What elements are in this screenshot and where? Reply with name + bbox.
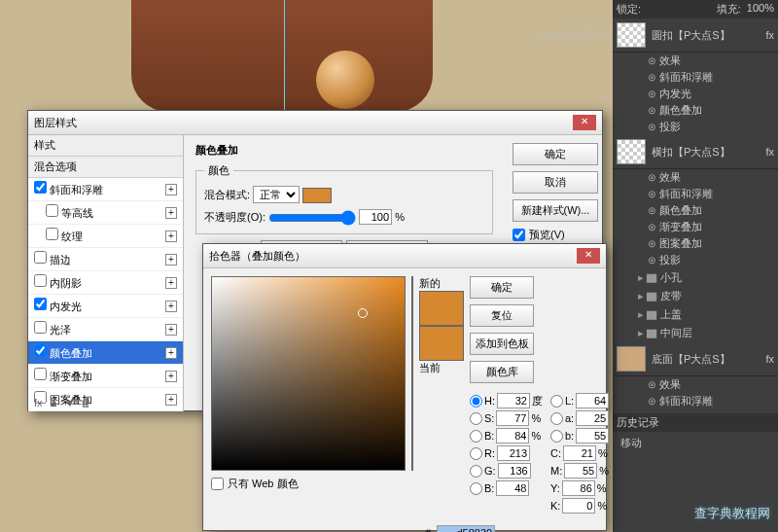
style-checkbox[interactable] bbox=[34, 321, 47, 334]
list-header[interactable]: 混合选项 bbox=[28, 157, 183, 178]
cancel-button[interactable]: 取消 bbox=[513, 171, 598, 194]
current-color[interactable] bbox=[419, 326, 464, 361]
fx-item[interactable]: 斜面和浮雕 bbox=[613, 69, 778, 86]
picker-reset-button[interactable]: 复位 bbox=[470, 304, 534, 327]
picker-ok-button[interactable]: 确定 bbox=[470, 276, 534, 299]
style-checkbox[interactable] bbox=[46, 228, 58, 240]
l-input[interactable] bbox=[576, 393, 609, 408]
a-input[interactable] bbox=[576, 410, 609, 426]
y-input[interactable] bbox=[562, 480, 595, 496]
style-item[interactable]: 内发光+ bbox=[28, 295, 183, 318]
dialog-titlebar[interactable]: 拾色器（叠加颜色） ✕ bbox=[203, 244, 606, 268]
style-checkbox[interactable] bbox=[34, 298, 47, 310]
layer-row[interactable]: 底面【P大点S】fx bbox=[613, 342, 778, 376]
fx-item[interactable]: 图案叠加 bbox=[613, 235, 778, 252]
style-item[interactable]: 斜面和浮雕+ bbox=[28, 178, 183, 201]
dialog-titlebar[interactable]: 图层样式 ✕ bbox=[28, 111, 602, 135]
plus-icon[interactable]: + bbox=[165, 231, 177, 242]
opacity-slider[interactable] bbox=[268, 210, 356, 226]
blend-select[interactable]: 正常 bbox=[253, 186, 300, 203]
style-item[interactable]: 光泽+ bbox=[28, 318, 183, 341]
fx-item[interactable]: 渐变叠加 bbox=[613, 219, 778, 235]
color-field[interactable] bbox=[211, 276, 406, 471]
layer-row[interactable]: 横扣【P大点S】fx bbox=[613, 135, 778, 169]
folder-row[interactable]: 中间层 bbox=[613, 324, 778, 342]
plus-icon[interactable]: + bbox=[165, 277, 177, 289]
plus-icon[interactable]: + bbox=[165, 394, 177, 406]
bb-radio[interactable] bbox=[470, 482, 482, 495]
style-item[interactable]: 渐变叠加+ bbox=[28, 365, 183, 388]
add-swatch-button[interactable]: 添加到色板 bbox=[470, 333, 534, 355]
folder-row[interactable]: 小孔 bbox=[613, 268, 778, 287]
k-input[interactable] bbox=[562, 498, 595, 514]
fx-item[interactable]: 投影 bbox=[613, 119, 778, 135]
l-radio[interactable] bbox=[550, 395, 563, 408]
preview-check[interactable]: 预览(V) bbox=[513, 228, 594, 242]
a-radio[interactable] bbox=[550, 412, 563, 425]
close-icon[interactable]: ✕ bbox=[577, 248, 600, 264]
b2-input[interactable] bbox=[576, 428, 609, 443]
style-checkbox[interactable] bbox=[34, 181, 47, 194]
hue-slider[interactable] bbox=[411, 276, 413, 471]
style-item[interactable]: 颜色叠加+ bbox=[28, 341, 183, 365]
plus-icon[interactable]: + bbox=[165, 347, 177, 359]
bb-input[interactable] bbox=[496, 480, 529, 496]
web-only-check[interactable]: 只有 Web 颜色 bbox=[211, 477, 406, 491]
new-style-button[interactable]: 新建样式(W)... bbox=[513, 199, 598, 222]
plus-icon[interactable]: + bbox=[165, 254, 177, 266]
up-icon[interactable]: ▲ bbox=[49, 397, 59, 408]
style-checkbox[interactable] bbox=[34, 368, 47, 380]
plus-icon[interactable]: + bbox=[165, 324, 177, 336]
trash-icon[interactable]: 🗑 bbox=[81, 397, 91, 408]
s-radio[interactable] bbox=[470, 412, 482, 425]
style-item[interactable]: 内阴影+ bbox=[28, 271, 183, 295]
color-swatch[interactable] bbox=[302, 188, 332, 203]
r-radio[interactable] bbox=[470, 447, 482, 460]
plus-icon[interactable]: + bbox=[165, 207, 177, 219]
opacity-input[interactable] bbox=[359, 209, 392, 225]
style-checkbox[interactable] bbox=[46, 204, 58, 217]
style-checkbox[interactable] bbox=[34, 274, 47, 287]
h-input[interactable] bbox=[497, 393, 530, 408]
style-item[interactable]: 等高线+ bbox=[28, 201, 183, 225]
plus-icon[interactable]: + bbox=[165, 301, 177, 312]
hex-input[interactable] bbox=[437, 525, 495, 532]
b2-radio[interactable] bbox=[550, 430, 563, 443]
style-item[interactable]: 描边+ bbox=[28, 248, 183, 271]
fx-item[interactable]: 颜色叠加 bbox=[613, 202, 778, 219]
plus-icon[interactable]: + bbox=[165, 371, 177, 382]
fx-item[interactable]: 内发光 bbox=[613, 86, 778, 102]
list-header[interactable]: 样式 bbox=[28, 135, 183, 157]
fx-item[interactable]: 效果 bbox=[613, 53, 778, 69]
style-item[interactable]: 纹理+ bbox=[28, 225, 183, 248]
fx-item[interactable]: 效果 bbox=[613, 376, 778, 393]
folder-row[interactable]: 皮带 bbox=[613, 287, 778, 305]
fx-item[interactable]: 投影 bbox=[613, 252, 778, 268]
ok-button[interactable]: 确定 bbox=[513, 143, 598, 165]
b-radio[interactable] bbox=[470, 430, 482, 443]
history-item[interactable]: 移动 bbox=[613, 432, 778, 454]
r-input[interactable] bbox=[497, 445, 530, 461]
preview-checkbox[interactable] bbox=[513, 229, 525, 241]
m-input[interactable] bbox=[564, 463, 597, 479]
close-icon[interactable]: ✕ bbox=[573, 115, 596, 130]
fx-item[interactable]: 颜色叠加 bbox=[613, 102, 778, 119]
down-icon[interactable]: ▼ bbox=[64, 397, 75, 408]
new-color[interactable] bbox=[419, 291, 464, 326]
h-radio[interactable] bbox=[470, 395, 482, 408]
b-input[interactable] bbox=[496, 428, 529, 443]
fx-item[interactable]: 斜面和浮雕 bbox=[613, 186, 778, 202]
g-radio[interactable] bbox=[470, 465, 482, 478]
web-only-checkbox[interactable] bbox=[211, 478, 224, 490]
plus-icon[interactable]: + bbox=[165, 184, 177, 195]
style-checkbox[interactable] bbox=[34, 251, 47, 264]
fx-icon[interactable]: fx bbox=[34, 397, 43, 408]
history-header[interactable]: 历史记录 bbox=[613, 413, 778, 432]
color-lib-button[interactable]: 颜色库 bbox=[470, 361, 534, 383]
layer-row[interactable]: 圆扣【P大点S】fx bbox=[613, 18, 778, 53]
fx-item[interactable]: 效果 bbox=[613, 169, 778, 186]
folder-row[interactable]: 上盖 bbox=[613, 305, 778, 324]
c-input[interactable] bbox=[563, 445, 596, 461]
g-input[interactable] bbox=[498, 463, 531, 479]
fx-item[interactable]: 斜面和浮雕 bbox=[613, 393, 778, 409]
